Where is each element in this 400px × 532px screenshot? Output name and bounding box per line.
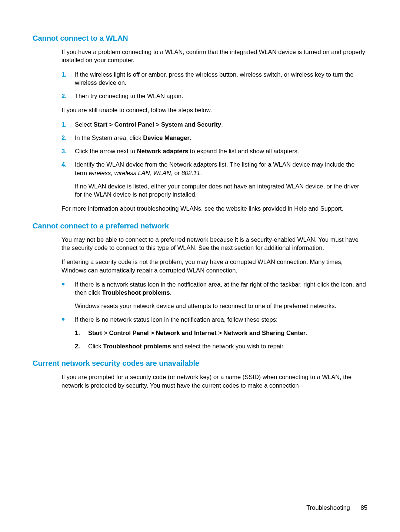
paragraph: If you are prompted for a security code … xyxy=(61,373,367,389)
bullet-text: If there is no network status icon in th… xyxy=(75,315,367,351)
list-item: 1. Select Start > Control Panel > System… xyxy=(61,120,367,128)
list-text: Select Start > Control Panel > System an… xyxy=(75,120,367,128)
bullet-text: If there is a network status icon in the… xyxy=(75,280,367,310)
text-run: and select the network you wish to repai… xyxy=(171,343,285,349)
text-run: Click xyxy=(88,343,103,349)
italic-text: 802.11 xyxy=(181,170,200,176)
list-text: If the wireless light is off or amber, p… xyxy=(75,70,367,87)
section3-body: If you are prompted for a security code … xyxy=(61,373,367,389)
bullet-icon: ● xyxy=(61,315,75,323)
text-run: . xyxy=(306,329,307,336)
bold-text: Start > Control Panel > Network and Inte… xyxy=(88,329,306,336)
list-number: 2. xyxy=(75,342,88,350)
footer-section-label: Troubleshooting xyxy=(306,504,350,511)
list-item: 1. If the wireless light is off or amber… xyxy=(61,70,367,87)
bold-text: Troubleshoot problems xyxy=(103,343,171,349)
list-item: 4. Identify the WLAN device from the Net… xyxy=(61,160,367,198)
list-item: 2. Click Troubleshoot problems and selec… xyxy=(75,342,367,350)
bold-text: Troubleshoot problems xyxy=(102,289,170,296)
outro-paragraph: For more information about troubleshooti… xyxy=(61,204,367,213)
list-turn-on-wireless: 1. If the wireless light is off or amber… xyxy=(61,70,367,100)
page-footer: Troubleshooting 85 xyxy=(306,504,367,511)
bullet-item: ● If there is a network status icon in t… xyxy=(61,280,367,310)
bullet-list: ● If there is a network status icon in t… xyxy=(61,280,367,351)
bold-text: Device Manager xyxy=(143,134,190,141)
heading-cannot-connect-wlan: Cannot connect to a WLAN xyxy=(33,34,367,43)
list-number: 2. xyxy=(61,92,75,100)
list-number: 1. xyxy=(61,120,75,128)
section-security-codes-unavailable: Current network security codes are unava… xyxy=(33,359,367,389)
nested-list: 1. Start > Control Panel > Network and I… xyxy=(75,329,367,351)
list-number: 4. xyxy=(61,160,75,168)
list-number: 1. xyxy=(75,329,88,337)
section2-body: You may not be able to connect to a pref… xyxy=(61,235,367,351)
list-text: Then try connecting to the WLAN again. xyxy=(75,92,367,100)
list-item: 2. Then try connecting to the WLAN again… xyxy=(61,92,367,100)
page-number: 85 xyxy=(361,504,367,511)
text-run: , xyxy=(150,170,153,176)
list-number: 1. xyxy=(61,70,75,78)
section-cannot-connect-wlan: Cannot connect to a WLAN If you have a p… xyxy=(33,34,367,213)
document-page: Cannot connect to a WLAN If you have a p… xyxy=(0,0,400,532)
list-text: Start > Control Panel > Network and Inte… xyxy=(88,329,367,337)
list-text: Identify the WLAN device from the Networ… xyxy=(75,160,367,198)
list-device-manager-steps: 1. Select Start > Control Panel > System… xyxy=(61,120,367,199)
italic-text: wireless LAN xyxy=(114,170,150,176)
heading-security-codes-unavailable: Current network security codes are unava… xyxy=(33,359,367,368)
text-run: . xyxy=(221,121,223,128)
list-text: In the System area, click Device Manager… xyxy=(75,134,367,142)
text-run: . xyxy=(190,134,191,141)
list-number: 2. xyxy=(61,134,75,142)
intro-paragraph: If you have a problem connecting to a WL… xyxy=(61,48,367,64)
sub-paragraph: Windows resets your network device and a… xyxy=(75,302,367,310)
text-run: Select xyxy=(75,121,93,128)
text-run: . xyxy=(200,170,202,176)
text-run: to expand the list and show all adapters… xyxy=(188,148,299,154)
section1-body: If you have a problem connecting to a WL… xyxy=(61,48,367,213)
bullet-item: ● If there is no network status icon in … xyxy=(61,315,367,351)
italic-text: wireless xyxy=(89,170,111,176)
text-run: In the System area, click xyxy=(75,134,143,141)
bold-text: Network adapters xyxy=(137,148,188,154)
text-run: , or xyxy=(171,170,181,176)
italic-text: WLAN xyxy=(153,170,171,176)
list-text: Click the arrow next to Network adapters… xyxy=(75,147,367,155)
text-run: , xyxy=(111,170,114,176)
heading-cannot-connect-preferred: Cannot connect to a preferred network xyxy=(33,222,367,230)
section-cannot-connect-preferred: Cannot connect to a preferred network Yo… xyxy=(33,222,367,351)
bold-text: Start > Control Panel > System and Secur… xyxy=(93,121,221,128)
mid-paragraph: If you are still unable to connect, foll… xyxy=(61,106,367,114)
sub-paragraph: If no WLAN device is listed, either your… xyxy=(75,182,367,199)
list-text: Click Troubleshoot problems and select t… xyxy=(88,342,367,350)
bullet-icon: ● xyxy=(61,280,75,288)
list-item: 3. Click the arrow next to Network adapt… xyxy=(61,147,367,155)
list-number: 3. xyxy=(61,147,75,155)
text-run: Click the arrow next to xyxy=(75,148,137,154)
list-item: 2. In the System area, click Device Mana… xyxy=(61,134,367,142)
paragraph: You may not be able to connect to a pref… xyxy=(61,235,367,252)
paragraph: If entering a security code is not the p… xyxy=(61,258,367,274)
text-run: If there is no network status icon in th… xyxy=(75,316,278,323)
list-item: 1. Start > Control Panel > Network and I… xyxy=(75,329,367,337)
text-run: . xyxy=(170,289,172,296)
